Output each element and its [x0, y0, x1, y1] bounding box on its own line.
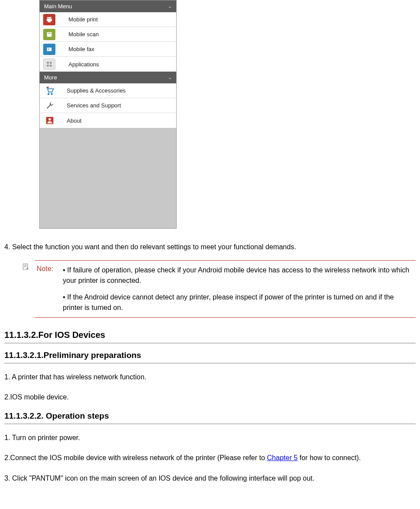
- wrench-icon: [45, 101, 55, 110]
- svg-rect-2: [48, 21, 51, 22]
- ops-item-3: 3. Click "PANTUM" icon on the main scree…: [4, 472, 416, 485]
- note-block: Note: • If failure of operation, please …: [22, 260, 416, 318]
- main-menu-list: Mobile print Mobile scan Mobile fax Appl…: [40, 12, 176, 72]
- menu-item-mobile-fax[interactable]: Mobile fax: [40, 42, 176, 57]
- menu-item-applications[interactable]: Applications: [40, 57, 176, 72]
- svg-rect-6: [48, 48, 49, 49]
- svg-rect-4: [48, 33, 51, 33]
- step-4-text: 4. Select the function you want and then…: [4, 242, 416, 252]
- menu-item-label: Services and Support: [67, 102, 121, 109]
- fax-icon: [43, 44, 55, 55]
- svg-rect-11: [50, 65, 51, 66]
- note-bullet-2: • If the Android device cannot detect an…: [63, 292, 414, 313]
- ops-item-1: 1. Turn on printer power.: [4, 431, 416, 444]
- svg-rect-10: [47, 65, 49, 66]
- scan-icon: [43, 29, 55, 40]
- main-menu-title: Main Menu: [44, 3, 72, 10]
- menu-item-label: Mobile scan: [68, 31, 99, 38]
- svg-rect-8: [47, 62, 49, 64]
- menu-item-supplies[interactable]: Supplies & Accessories: [40, 83, 176, 98]
- main-menu-header: Main Menu ⌄: [40, 0, 176, 12]
- svg-rect-5: [47, 48, 52, 51]
- more-list: Supplies & Accessories Services and Supp…: [40, 83, 176, 128]
- chapter-5-link[interactable]: Chapter 5: [267, 454, 297, 461]
- phone-frame: Main Menu ⌄ Mobile print Mobile scan M: [39, 0, 177, 229]
- apps-icon: [43, 58, 55, 70]
- ops-item-2: 2.Connect the IOS mobile device with wir…: [4, 451, 416, 464]
- heading-ios-devices: 11.1.3.2.For IOS Devices: [4, 330, 416, 344]
- note-label: Note:: [37, 265, 63, 273]
- svg-point-15: [48, 118, 51, 121]
- menu-item-label: About: [67, 117, 82, 124]
- menu-item-services[interactable]: Services and Support: [40, 98, 176, 113]
- prep-item-1: 1. A printer that has wireless network f…: [4, 371, 416, 384]
- svg-rect-0: [47, 17, 51, 18]
- chevron-down-icon: ⌄: [168, 3, 172, 9]
- more-title: More: [44, 74, 57, 81]
- note-bullet-1: • If failure of operation, please check …: [63, 265, 414, 286]
- ops-item-2-prefix: 2.Connect the IOS mobile device with wir…: [4, 454, 267, 461]
- menu-item-label: Mobile print: [68, 16, 98, 23]
- svg-point-13: [51, 93, 52, 94]
- note-icon: [22, 263, 30, 271]
- cart-icon: [45, 86, 55, 96]
- heading-operation-steps: 11.1.3.2.2. Operation steps: [4, 411, 416, 424]
- heading-preliminary-prep: 11.1.3.2.1.Preliminary preparations: [4, 351, 416, 364]
- menu-item-mobile-print[interactable]: Mobile print: [40, 12, 176, 27]
- svg-rect-9: [50, 62, 51, 64]
- person-icon: [45, 116, 55, 125]
- phone-blank-area: [40, 128, 176, 228]
- print-icon: [43, 14, 55, 25]
- more-header: More ⌄: [40, 72, 176, 83]
- svg-point-12: [48, 93, 49, 94]
- svg-rect-7: [48, 49, 49, 50]
- ops-item-2-suffix: for how to connect).: [297, 454, 361, 461]
- menu-item-label: Supplies & Accessories: [67, 87, 126, 94]
- menu-item-about[interactable]: About: [40, 113, 176, 128]
- menu-item-mobile-scan[interactable]: Mobile scan: [40, 27, 176, 42]
- chevron-down-icon: ⌄: [168, 75, 172, 80]
- menu-item-label: Mobile fax: [68, 46, 94, 52]
- note-content: Note: • If failure of operation, please …: [35, 260, 416, 318]
- menu-item-label: Applications: [68, 61, 99, 68]
- svg-rect-3: [47, 32, 52, 37]
- prep-item-2: 2.IOS mobile device.: [4, 391, 416, 404]
- app-screenshot: Main Menu ⌄ Mobile print Mobile scan M: [39, 0, 416, 229]
